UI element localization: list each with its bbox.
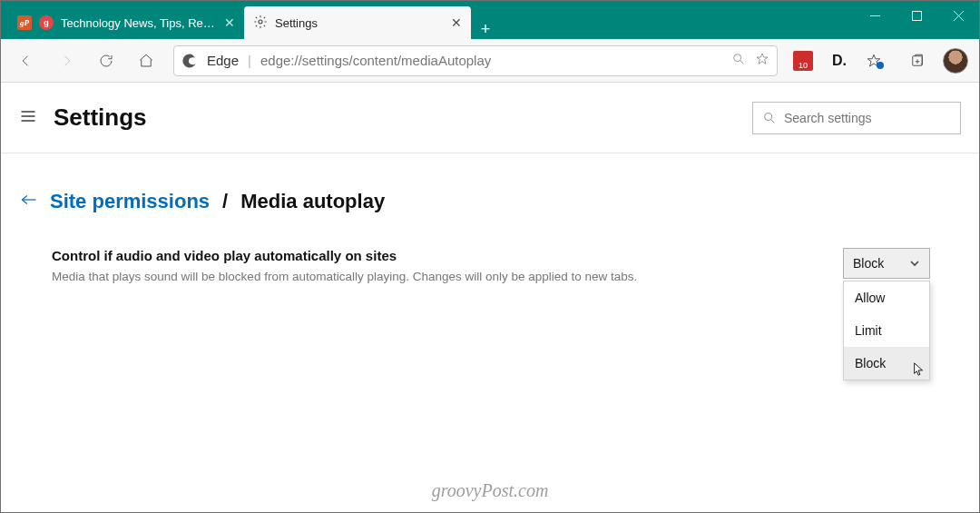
setting-description: Media that plays sound will be blocked f… xyxy=(52,269,825,286)
address-scheme-label: Edge xyxy=(207,53,239,68)
cursor-icon xyxy=(913,362,926,380)
extension-lastpass-icon[interactable]: 10 xyxy=(787,44,819,77)
maximize-button[interactable] xyxy=(896,1,937,30)
dropdown-selected-label: Block xyxy=(853,256,884,271)
edge-logo-icon xyxy=(181,53,198,69)
favicon-g-icon: g xyxy=(39,15,54,30)
dropdown-option-allow[interactable]: Allow xyxy=(844,281,929,314)
close-icon[interactable]: ✕ xyxy=(451,15,462,30)
close-icon[interactable]: ✕ xyxy=(224,15,235,30)
tab-strip: gP g Technology News, Tips, Reviews… ✕ S… xyxy=(1,1,854,39)
setting-text: Control if audio and video play automati… xyxy=(52,248,825,286)
new-tab-button[interactable]: + xyxy=(471,20,500,39)
settings-header: Settings xyxy=(1,83,979,153)
collections-button[interactable] xyxy=(899,43,936,79)
favicon-gp-icon: gP xyxy=(17,15,32,30)
autoplay-dropdown: Block Allow Limit Block xyxy=(843,248,930,279)
search-input[interactable] xyxy=(784,111,951,125)
browser-toolbar: Edge | edge://settings/content/mediaAuto… xyxy=(1,39,979,83)
tab-active[interactable]: Settings ✕ xyxy=(244,6,471,39)
chevron-down-icon xyxy=(909,258,920,269)
setting-title: Control if audio and video play automati… xyxy=(52,248,825,263)
dropdown-button[interactable]: Block xyxy=(843,248,930,279)
extension-d-icon[interactable]: D. xyxy=(823,44,856,77)
gear-icon xyxy=(253,15,268,32)
address-bar[interactable]: Edge | edge://settings/content/mediaAuto… xyxy=(173,45,778,76)
page-title: Settings xyxy=(54,104,736,132)
svg-line-14 xyxy=(771,120,774,123)
svg-rect-2 xyxy=(912,11,921,20)
hamburger-menu-button[interactable] xyxy=(19,107,37,129)
refresh-button[interactable] xyxy=(88,43,124,79)
breadcrumb-current: Media autoplay xyxy=(240,190,385,213)
dropdown-menu: Allow Limit Block xyxy=(843,281,930,380)
home-button[interactable] xyxy=(128,43,164,79)
breadcrumb-separator: / xyxy=(222,190,228,213)
window-controls xyxy=(854,1,979,39)
zoom-icon[interactable] xyxy=(731,52,746,69)
settings-content: Site permissions / Media autoplay Contro… xyxy=(1,153,979,286)
search-settings-box[interactable] xyxy=(752,102,961,134)
tab-title: Technology News, Tips, Reviews… xyxy=(61,16,217,30)
svg-point-13 xyxy=(765,113,772,120)
svg-point-5 xyxy=(734,54,741,62)
back-button[interactable] xyxy=(8,43,44,79)
titlebar: gP g Technology News, Tips, Reviews… ✕ S… xyxy=(1,1,979,39)
divider: | xyxy=(248,53,251,68)
browser-window: gP g Technology News, Tips, Reviews… ✕ S… xyxy=(0,0,980,513)
back-arrow-icon[interactable] xyxy=(21,192,37,211)
favorite-icon[interactable] xyxy=(755,52,769,69)
dropdown-option-block[interactable]: Block xyxy=(844,347,929,380)
search-icon xyxy=(762,111,777,125)
favorites-button[interactable] xyxy=(859,43,896,79)
watermark: groovyPost.com xyxy=(1,480,979,501)
breadcrumb-parent-link[interactable]: Site permissions xyxy=(50,190,210,213)
setting-row: Control if audio and video play automati… xyxy=(21,248,930,286)
tab-title: Settings xyxy=(275,16,444,30)
address-url: edge://settings/content/mediaAutoplay xyxy=(260,53,722,68)
tab-inactive[interactable]: gP g Technology News, Tips, Reviews… ✕ xyxy=(8,6,244,39)
breadcrumb: Site permissions / Media autoplay xyxy=(21,190,930,213)
forward-button[interactable] xyxy=(48,43,84,79)
minimize-button[interactable] xyxy=(854,1,896,30)
svg-line-6 xyxy=(740,61,743,64)
profile-avatar[interactable] xyxy=(939,44,972,77)
close-window-button[interactable] xyxy=(937,1,979,30)
svg-point-0 xyxy=(259,20,262,24)
dropdown-option-limit[interactable]: Limit xyxy=(844,314,929,347)
